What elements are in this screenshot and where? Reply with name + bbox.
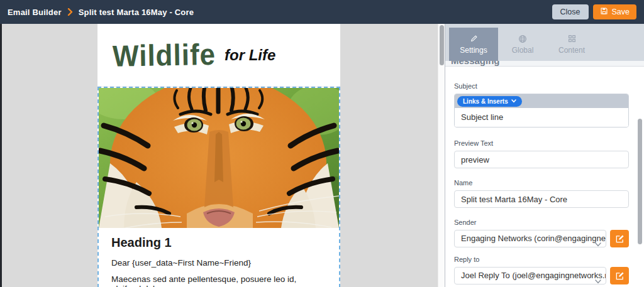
tab-content-label: Content <box>558 46 585 55</box>
preview-text-input[interactable] <box>454 151 629 168</box>
sender-edit-button[interactable] <box>610 230 629 247</box>
tab-settings-label: Settings <box>460 46 487 55</box>
preview-text-label: Preview Text <box>454 139 629 147</box>
email-salutation[interactable]: Dear {user_data~First Name~Friend} <box>111 258 326 268</box>
tiger-image[interactable] <box>99 88 339 228</box>
save-floppy-icon <box>600 7 608 17</box>
tab-settings[interactable]: Settings <box>449 28 498 61</box>
reply-to-edit-button[interactable] <box>610 267 629 284</box>
email-canvas[interactable]: Wildlife for Life <box>0 24 438 287</box>
subject-input[interactable]: Subject line <box>455 108 628 127</box>
edit-square-icon <box>615 271 625 281</box>
reply-to-row: Joel Reply To (joel@engagingnetworks.net… <box>454 267 629 284</box>
links-inserts-label: Links & Inserts <box>463 98 508 105</box>
reply-to-select-value: Joel Reply To (joel@engagingnetworks.net… <box>461 271 606 280</box>
close-button[interactable]: Close <box>552 4 589 19</box>
reply-to-select[interactable]: Joel Reply To (joel@engagingnetworks.net… <box>454 267 606 284</box>
edit-square-icon <box>615 234 625 244</box>
chevron-down-icon <box>511 99 516 103</box>
email-text-block[interactable]: Heading 1 Dear {user_data~First Name~Fri… <box>99 228 339 287</box>
tab-global[interactable]: Global <box>498 28 547 61</box>
reply-to-label: Reply to <box>454 256 629 263</box>
panel-scrollbar-thumb[interactable] <box>638 119 642 244</box>
close-button-label: Close <box>560 8 580 16</box>
subject-label: Subject <box>454 82 629 90</box>
selected-email-block[interactable]: Heading 1 Dear {user_data~First Name~Fri… <box>97 87 340 287</box>
links-inserts-button[interactable]: Links & Inserts <box>457 96 522 107</box>
settings-panel: Settings Global Content Messaging Subjec… <box>445 24 644 287</box>
logo-brand-text: Wildlife <box>113 37 216 73</box>
panel-body: Messaging Subject Links & Inserts Subjec… <box>445 61 644 287</box>
panel-tabbar: Settings Global Content <box>445 24 644 61</box>
email-document: Wildlife for Life <box>97 24 340 287</box>
globe-icon <box>518 35 527 43</box>
breadcrumb-chevron-icon <box>67 8 73 16</box>
breadcrumb: Email Builder Split test Marta 16May - C… <box>8 8 194 17</box>
canvas-scrollbar-thumb[interactable] <box>440 25 444 65</box>
logo-tagline-text: for Life <box>225 46 275 64</box>
name-input[interactable] <box>454 190 629 208</box>
sender-row: Engaging Networks (corin@engagingnetwork… <box>454 230 629 247</box>
pencil-icon <box>470 35 478 43</box>
main-area: Wildlife for Life <box>0 24 644 287</box>
chevron-down-icon <box>595 236 601 247</box>
sender-label: Sender <box>454 219 629 226</box>
subject-editor[interactable]: Links & Inserts Subject line <box>454 94 629 127</box>
sender-select[interactable]: Engaging Networks (corin@engagingnetwork… <box>454 230 606 247</box>
breadcrumb-root[interactable]: Email Builder <box>8 8 62 17</box>
topbar-actions: Close Save <box>552 4 636 19</box>
chevron-down-icon <box>595 273 601 284</box>
save-button-label: Save <box>612 8 630 16</box>
settings-form: Subject Links & Inserts Subject line Pre… <box>445 67 644 287</box>
subject-toolbar: Links & Inserts <box>455 94 628 108</box>
email-heading[interactable]: Heading 1 <box>111 236 326 250</box>
tab-global-label: Global <box>512 46 534 55</box>
breadcrumb-current-title: Split test Marta 16May - Core <box>79 8 194 17</box>
clipped-section-heading: Messaging <box>445 61 644 66</box>
email-logo-block[interactable]: Wildlife for Life <box>97 24 340 87</box>
clipped-section-heading-strip: Messaging <box>445 61 644 67</box>
canvas-scrollbar[interactable] <box>438 24 445 287</box>
email-body-paragraph[interactable]: Maecenas sed ante pellentesque, posuere … <box>111 274 326 287</box>
name-label: Name <box>454 179 629 187</box>
canvas-left-edge <box>0 24 2 287</box>
topbar: Email Builder Split test Marta 16May - C… <box>0 0 644 24</box>
grid-icon <box>568 35 576 43</box>
sender-select-value: Engaging Networks (corin@engagingnetwork… <box>461 234 606 243</box>
save-button[interactable]: Save <box>593 4 637 19</box>
tab-content[interactable]: Content <box>547 28 596 61</box>
